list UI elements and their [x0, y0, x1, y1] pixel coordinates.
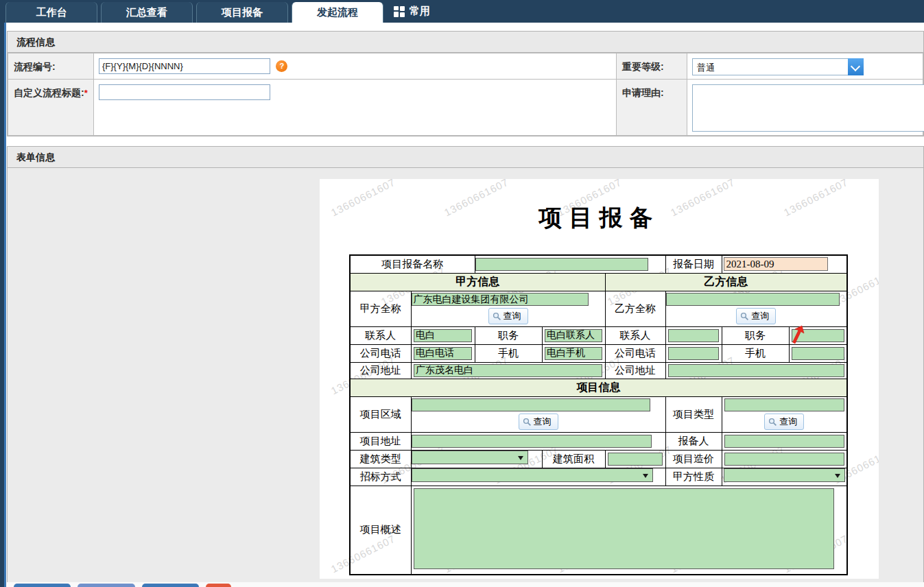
process-no-label: 流程编号:: [8, 53, 94, 80]
form-info-title: 表单信息: [8, 147, 923, 168]
party-a-nature-select[interactable]: [724, 468, 845, 482]
importance-label: 重要等级:: [617, 53, 687, 80]
project-address-label: 项目地址: [350, 432, 411, 450]
project-type-search-button[interactable]: 查询: [764, 414, 804, 430]
required-mark: *: [84, 88, 88, 98]
party-a-header: 甲方信息: [350, 273, 605, 291]
party-a-address-input[interactable]: [414, 364, 602, 377]
party-b-phone-label: 公司电话: [605, 344, 665, 362]
chevron-down-icon[interactable]: [848, 58, 864, 75]
tab-project-report[interactable]: 项目报备: [196, 2, 288, 23]
process-info-section: 流程信息 流程编号: ? 重要等级: 普通 自定义流程标题:*: [7, 31, 924, 136]
building-type-select[interactable]: [412, 451, 528, 464]
party-a-duty-input[interactable]: [545, 329, 602, 342]
project-summary-textarea[interactable]: [414, 488, 834, 569]
reason-textarea[interactable]: [692, 84, 924, 132]
magnifier-icon: [768, 418, 777, 427]
party-b-header: 乙方信息: [605, 273, 847, 291]
custom-title-input[interactable]: [99, 84, 270, 100]
party-a-duty-label: 职务: [475, 326, 542, 344]
left-edge-accent: [4, 0, 6, 587]
party-a-address-label: 公司地址: [350, 362, 411, 379]
party-b-mobile-input[interactable]: [792, 347, 844, 360]
project-summary-label: 项目概述: [350, 486, 411, 575]
party-a-contact-label: 联系人: [350, 326, 411, 344]
building-area-input[interactable]: [608, 453, 663, 466]
top-tab-bar: 工作台 汇总查看 项目报备 发起流程 常用: [0, 0, 924, 23]
magnifier-icon: [740, 312, 749, 321]
action-button-2[interactable]: [78, 584, 135, 587]
party-b-search-button[interactable]: 查询: [736, 308, 776, 324]
party-b-duty-label: 职务: [722, 326, 789, 344]
tab-initiate-process[interactable]: 发起流程: [292, 2, 383, 23]
tab-common[interactable]: 常用: [387, 0, 437, 23]
form-paper: 1366066160713660661607136606616071366066…: [320, 179, 879, 579]
grid-icon: [394, 6, 405, 17]
party-a-phone-label: 公司电话: [350, 344, 411, 362]
building-type-label: 建筑类型: [350, 450, 411, 468]
party-a-fullname-input[interactable]: [412, 293, 589, 306]
party-b-contact-input[interactable]: [668, 329, 719, 342]
project-type-input[interactable]: [724, 398, 844, 411]
app-window: 工作台 汇总查看 项目报备 发起流程 常用 流程信息 流程编号: ? 重要等级:: [0, 0, 924, 587]
party-a-search-button[interactable]: 查询: [488, 308, 528, 324]
report-name-label: 项目报备名称: [350, 255, 475, 273]
tab-workbench[interactable]: 工作台: [5, 2, 97, 23]
party-a-phone-input[interactable]: [414, 347, 472, 360]
magnifier-icon: [493, 312, 501, 321]
bidding-method-select[interactable]: [412, 468, 653, 482]
magnifier-icon: [523, 418, 532, 427]
project-type-label: 项目类型: [665, 396, 722, 432]
report-date-input[interactable]: [724, 257, 828, 271]
party-b-fullname-label: 乙方全称: [605, 291, 665, 326]
action-button-1[interactable]: [14, 584, 71, 587]
report-date-label: 报备日期: [665, 255, 722, 273]
importance-select[interactable]: 普通: [692, 58, 864, 75]
bidding-method-label: 招标方式: [350, 468, 411, 486]
party-b-address-label: 公司地址: [605, 362, 665, 379]
reason-label: 申请理由:: [617, 80, 687, 136]
party-b-phone-input[interactable]: [668, 347, 719, 360]
project-cost-label: 项目造价: [665, 450, 722, 468]
form-canvas: 1366066160713660661607136606616071366066…: [8, 168, 923, 583]
tab-summary-view[interactable]: 汇总查看: [101, 2, 193, 23]
reporter-input[interactable]: [724, 435, 844, 448]
project-region-search-button[interactable]: 查询: [519, 414, 558, 430]
party-b-contact-label: 联系人: [605, 326, 665, 344]
party-a-fullname-label: 甲方全称: [350, 291, 411, 326]
project-region-input[interactable]: [412, 398, 650, 411]
project-address-input[interactable]: [412, 435, 652, 448]
help-icon[interactable]: ?: [276, 60, 287, 72]
action-button-4[interactable]: [206, 584, 231, 587]
form-info-section: 表单信息 13660661607136606616071366066160713…: [7, 146, 924, 584]
project-region-label: 项目区域: [350, 396, 411, 432]
report-form-table: 项目报备名称 报备日期 甲方信息 乙方信息 甲方全称: [349, 254, 848, 575]
red-arrow-annotation: [788, 324, 807, 346]
report-name-input[interactable]: [475, 258, 648, 271]
party-a-nature-label: 甲方性质: [665, 468, 722, 486]
process-info-title: 流程信息: [8, 32, 923, 53]
party-a-mobile-label: 手机: [475, 344, 542, 362]
project-cost-input[interactable]: [724, 453, 844, 466]
party-b-fullname-input[interactable]: [666, 293, 840, 306]
party-a-mobile-input[interactable]: [545, 347, 602, 360]
project-info-header: 项目信息: [350, 379, 847, 396]
custom-title-label: 自定义流程标题:*: [8, 80, 94, 136]
party-b-mobile-label: 手机: [722, 344, 789, 362]
building-area-label: 建筑面积: [542, 450, 605, 468]
process-no-input[interactable]: [99, 58, 270, 74]
action-button-3[interactable]: [142, 584, 199, 587]
party-a-contact-input[interactable]: [414, 329, 472, 342]
process-info-grid: 流程编号: ? 重要等级: 普通 自定义流程标题:* 申请理由:: [8, 53, 923, 136]
tab-common-label: 常用: [410, 5, 430, 18]
form-title: 项目报备: [320, 202, 879, 234]
party-b-address-input[interactable]: [668, 364, 844, 377]
reporter-label: 报备人: [665, 432, 722, 450]
